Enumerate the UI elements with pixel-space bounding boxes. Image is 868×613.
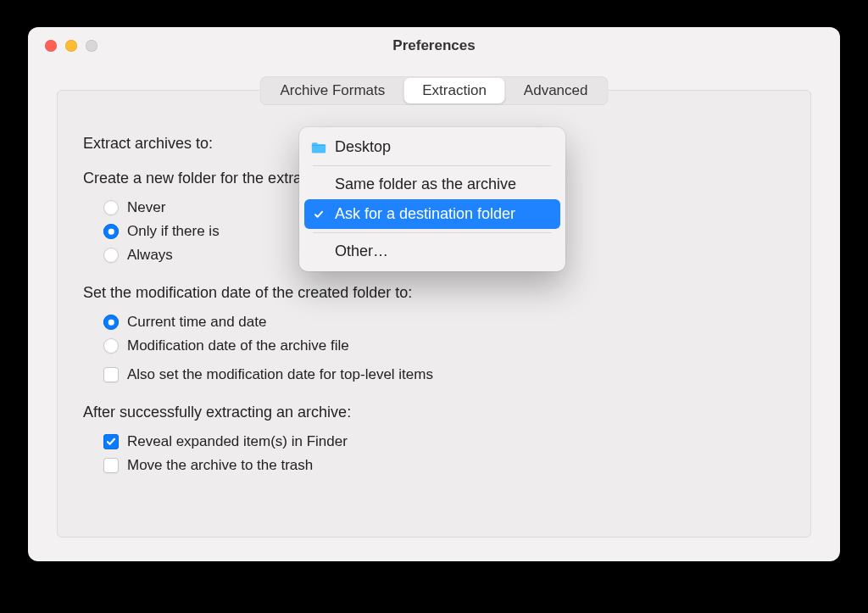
menu-item-ask-destination[interactable]: Ask for a destination folder <box>304 199 560 229</box>
menu-separator <box>313 165 552 166</box>
mod-date-label: Set the modification date of the created… <box>83 284 785 302</box>
radio-icon <box>103 338 119 354</box>
radio-label: Always <box>127 247 173 264</box>
radio-label: Modification date of the archive file <box>127 337 349 354</box>
minimize-button[interactable] <box>65 40 77 52</box>
menu-item-other[interactable]: Other… <box>299 237 565 266</box>
window-title: Preferences <box>28 37 840 54</box>
after-extract-label: After successfully extracting an archive… <box>83 404 785 421</box>
menu-item-label: Same folder as the archive <box>335 176 516 193</box>
menu-item-label: Other… <box>335 242 388 260</box>
checkmark-icon <box>311 209 326 220</box>
tabs: Archive Formats Extraction Advanced <box>260 76 609 105</box>
titlebar: Preferences <box>28 27 840 64</box>
check-label: Also set the modification date for top-l… <box>127 366 433 383</box>
menu-item-same-folder[interactable]: Same folder as the archive <box>299 170 565 199</box>
menu-separator <box>313 232 552 233</box>
radio-icon <box>103 224 119 239</box>
tab-extraction[interactable]: Extraction <box>403 78 505 103</box>
radio-label: Only if there is <box>127 223 220 240</box>
checkbox-icon <box>103 367 119 382</box>
preferences-window: Preferences Archive Formats Extraction A… <box>28 27 840 561</box>
check-also-top-level[interactable]: Also set the modification date for top-l… <box>103 363 785 387</box>
checkbox-icon <box>103 434 119 449</box>
radio-label: Never <box>127 199 165 216</box>
check-label: Move the archive to the trash <box>127 457 313 474</box>
close-button[interactable] <box>45 40 57 52</box>
radio-icon <box>103 200 119 215</box>
check-label: Reveal expanded item(s) in Finder <box>127 433 348 450</box>
menu-item-label: Desktop <box>335 138 391 156</box>
radio-icon <box>103 315 119 330</box>
checkbox-icon <box>103 458 119 473</box>
radio-label: Current time and date <box>127 314 266 331</box>
check-reveal-finder[interactable]: Reveal expanded item(s) in Finder <box>103 430 785 454</box>
radio-icon <box>103 248 119 263</box>
extract-to-dropdown: Desktop Same folder as the archive Ask f… <box>299 127 565 271</box>
check-move-to-trash[interactable]: Move the archive to the trash <box>103 454 785 477</box>
window-controls <box>28 40 97 52</box>
folder-icon <box>311 140 326 155</box>
menu-item-label: Ask for a destination folder <box>335 205 515 223</box>
tab-advanced[interactable]: Advanced <box>505 78 607 103</box>
radio-archive-date[interactable]: Modification date of the archive file <box>103 334 785 358</box>
zoom-button[interactable] <box>86 40 97 52</box>
menu-item-desktop[interactable]: Desktop <box>299 132 565 162</box>
radio-current-time[interactable]: Current time and date <box>103 310 785 334</box>
tab-archive-formats[interactable]: Archive Formats <box>262 78 404 103</box>
extract-to-label: Extract archives to: <box>83 135 213 152</box>
